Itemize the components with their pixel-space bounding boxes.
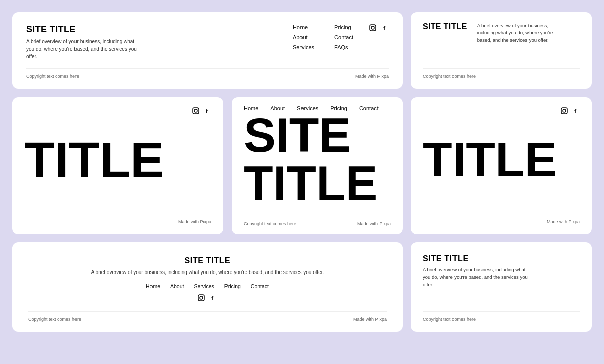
made-with: Made with Pixpa xyxy=(355,74,389,79)
site-title: SITE TITLE xyxy=(423,22,467,31)
facebook-icon[interactable]: f xyxy=(573,107,580,114)
brand-section: SITE TITLE A brief overview of your busi… xyxy=(423,254,580,288)
big-title: SITE TITLE xyxy=(244,111,391,208)
brand-section: SITE TITLE A brief overview of your busi… xyxy=(26,24,137,60)
card-big-site-title: Home About Services Pricing Contact SITE… xyxy=(232,97,403,234)
svg-text:f: f xyxy=(574,107,577,114)
copyright-text: Copyright text comes here xyxy=(244,221,296,226)
nav-contact[interactable]: Contact xyxy=(359,105,379,111)
svg-rect-8 xyxy=(561,108,567,114)
svg-point-2 xyxy=(374,26,375,27)
svg-point-14 xyxy=(203,296,204,297)
footer-bar: Copyright text comes here Made with Pixp… xyxy=(244,216,391,226)
svg-point-13 xyxy=(200,296,203,299)
social-icons: f xyxy=(369,24,389,31)
svg-rect-0 xyxy=(370,25,376,31)
instagram-icon[interactable] xyxy=(198,294,205,301)
facebook-icon[interactable]: f xyxy=(382,24,389,31)
instagram-icon[interactable] xyxy=(192,107,199,114)
nav-services[interactable]: Services xyxy=(293,44,314,50)
nav-home[interactable]: Home xyxy=(146,283,160,289)
instagram-icon[interactable] xyxy=(561,107,568,114)
footer-nav: Home About Services Pricing Contact xyxy=(28,283,387,289)
svg-point-5 xyxy=(194,109,197,112)
copyright-text: Copyright text comes here xyxy=(423,74,476,79)
footer-bar: Copyright text comes here xyxy=(423,68,580,79)
row-3: SITE TITLE A brief overview of your busi… xyxy=(12,242,592,332)
copyright-text: Copyright text comes here xyxy=(423,317,476,322)
svg-text:f: f xyxy=(383,24,386,31)
svg-point-9 xyxy=(563,109,566,112)
nav-about[interactable]: About xyxy=(170,283,184,289)
brand-section: SITE TITLE A brief overview of your busi… xyxy=(28,256,387,301)
footer-nav: Home Pricing About Contact Services FAQs xyxy=(293,24,353,50)
svg-text:f: f xyxy=(211,294,214,301)
nav-contact[interactable]: Contact xyxy=(334,34,353,40)
social-icons-row: f xyxy=(561,107,580,114)
top-section: SITE TITLE A brief overview of your busi… xyxy=(423,22,580,44)
card-big-title-right: f TITLE Made with Pixpa xyxy=(411,97,592,234)
site-title: SITE TITLE xyxy=(423,254,580,263)
tagline: A brief overview of your business, inclu… xyxy=(26,38,137,60)
site-title: SITE TITLE xyxy=(26,24,137,35)
tagline: A brief overview of your business, inclu… xyxy=(477,22,568,44)
made-with: Made with Pixpa xyxy=(353,317,387,322)
made-with: Made with Pixpa xyxy=(423,214,580,224)
instagram-icon[interactable] xyxy=(369,24,376,31)
card-footer-brand: SITE TITLE A brief overview of your busi… xyxy=(411,12,592,89)
copyright-text: Copyright text comes here xyxy=(26,74,79,79)
svg-rect-12 xyxy=(198,295,204,301)
brand-section: SITE TITLE xyxy=(423,22,467,31)
facebook-icon[interactable]: f xyxy=(210,294,217,301)
nav-faqs[interactable]: FAQs xyxy=(334,44,353,50)
footer-bar: Copyright text comes here xyxy=(423,311,580,322)
card-footer-centered: SITE TITLE A brief overview of your busi… xyxy=(12,242,403,332)
tagline: A brief overview of your business, inclu… xyxy=(423,266,534,288)
row-1: SITE TITLE A brief overview of your busi… xyxy=(12,12,592,89)
made-with: Made with Pixpa xyxy=(357,221,391,226)
footer-bar: Copyright text comes here Made with Pixp… xyxy=(26,68,389,79)
nav-home[interactable]: Home xyxy=(293,24,314,30)
svg-text:f: f xyxy=(206,107,208,114)
card-footer-right-bottom: SITE TITLE A brief overview of your busi… xyxy=(411,242,592,332)
social-icons-row: f xyxy=(24,107,211,114)
card-big-title-left: f TITLE Made with Pixpa xyxy=(12,97,223,234)
svg-rect-4 xyxy=(193,108,199,114)
svg-point-6 xyxy=(197,109,198,110)
made-with: Made with Pixpa xyxy=(24,214,211,224)
nav-pricing[interactable]: Pricing xyxy=(224,283,241,289)
nav-about[interactable]: About xyxy=(293,34,314,40)
top-row: f xyxy=(423,107,580,114)
svg-point-10 xyxy=(566,109,567,110)
big-title: TITLE xyxy=(24,114,211,206)
nav-services[interactable]: Services xyxy=(194,283,214,289)
copyright-text: Copyright text comes here xyxy=(28,317,81,322)
tagline: A brief overview of your business, inclu… xyxy=(28,268,387,276)
svg-point-1 xyxy=(371,26,374,29)
big-title: TITLE xyxy=(423,114,580,206)
card-footer-nav: SITE TITLE A brief overview of your busi… xyxy=(12,12,403,89)
nav-pricing[interactable]: Pricing xyxy=(334,24,353,30)
nav-contact[interactable]: Contact xyxy=(251,283,269,289)
site-title: SITE TITLE xyxy=(28,256,387,265)
row-2: f TITLE Made with Pixpa Home About Servi… xyxy=(12,97,592,234)
facebook-icon[interactable]: f xyxy=(204,107,211,114)
social-icons-row: f xyxy=(28,294,387,301)
footer-bar: Copyright text comes here Made with Pixp… xyxy=(28,311,387,322)
